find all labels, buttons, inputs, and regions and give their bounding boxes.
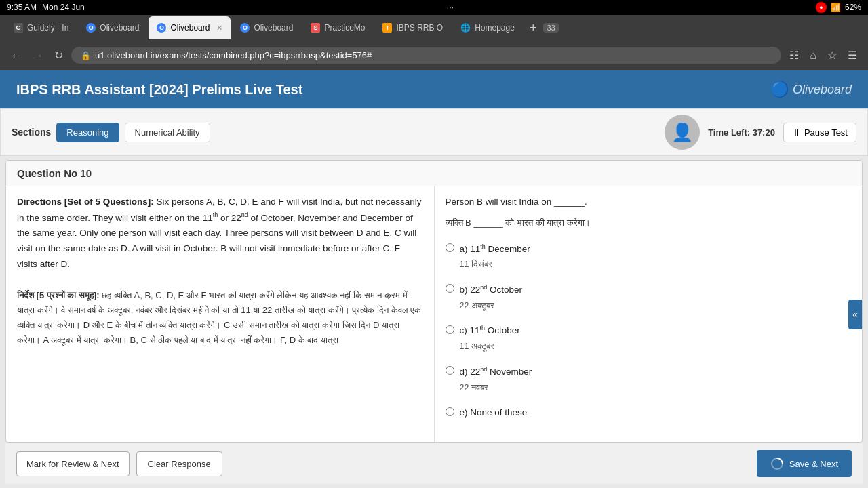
question-number: Question No 10: [17, 167, 92, 179]
hindi-question-text-span: व्यक्ति B ______ को भारत की यात्रा करेगा…: [446, 218, 591, 228]
sections-row: Sections Reasoning Numerical Ability 👤 T…: [0, 108, 868, 156]
oliveboard3-favicon: O: [240, 23, 250, 33]
action-bar: Mark for Review & Next Clear Response Sa…: [5, 443, 863, 484]
tab-oliveboard3[interactable]: O Oliveboard: [232, 16, 301, 39]
option-e-radio[interactable]: [446, 407, 454, 416]
status-date: Mon 24 Jun: [42, 3, 85, 12]
tab-oliveboard2[interactable]: O Oliveboard ✕: [149, 16, 231, 39]
tab-oliveboard2-label: Oliveboard: [170, 23, 210, 33]
battery-icon: 62%: [845, 3, 861, 12]
user-avatar: 👤: [665, 115, 700, 150]
numerical-section-btn[interactable]: Numerical Ability: [125, 123, 210, 142]
question-body: Directions [Set of 5 Questions]: Six per…: [6, 186, 862, 442]
hindi-prefix: निर्देश [5 प्रश्नों का समूह]:: [17, 290, 100, 300]
url-bar[interactable]: 🔒 u1.oliveboard.in/exams/tests/combined.…: [71, 47, 781, 64]
ibpsrrb-favicon: T: [382, 23, 392, 33]
tab-bar: G Guidely - In O Oliveboard O Oliveboard…: [0, 15, 868, 41]
refresh-button[interactable]: ↻: [52, 46, 66, 64]
status-bar: 9:35 AM Mon 24 Jun ··· ● 📶 62%: [0, 0, 868, 15]
reasoning-section-btn[interactable]: Reasoning: [56, 123, 119, 142]
exam-title: IBPS RRB Assistant [2024] Prelims Live T…: [16, 82, 302, 98]
option-e: e) None of these: [446, 405, 852, 421]
question-text: Person B will visit India on ______.: [446, 195, 852, 210]
globe-icon: 🌐: [460, 23, 471, 33]
option-d: d) 22nd November 22 नवंबर: [446, 364, 852, 395]
option-b-radio[interactable]: [446, 284, 454, 293]
question-left: Directions [Set of 5 Questions]: Six per…: [6, 186, 435, 442]
oliveboard2-favicon: O: [157, 23, 166, 33]
option-d-radio[interactable]: [446, 366, 454, 375]
timer-box: Time Left: 37:20: [708, 127, 775, 138]
menu-button[interactable]: ☰: [845, 46, 860, 64]
timer-label-text: Time Left: 37:20: [708, 127, 775, 138]
tab-oliveboard3-label: Oliveboard: [254, 23, 293, 33]
option-b: b) 22nd October 22 अक्टूबर: [446, 282, 852, 313]
tab-close-icon[interactable]: ✕: [216, 24, 222, 33]
tab-practicemo-label: PracticeMo: [324, 23, 365, 33]
question-right: Person B will visit India on ______. व्य…: [435, 186, 863, 442]
star-button[interactable]: ☆: [825, 46, 840, 64]
save-next-button[interactable]: Save & Next: [757, 450, 852, 477]
option-a-radio[interactable]: [446, 243, 454, 252]
dots-icon: ···: [447, 3, 454, 12]
directions-text: Directions [Set of 5 Questions]: Six per…: [17, 195, 423, 272]
logo-text: Oliveboard: [793, 83, 852, 97]
directions-prefix: Directions [Set of 5 Questions]:: [17, 197, 154, 207]
status-time: 9:35 AM: [7, 3, 37, 12]
tab-oliveboard1-label: Oliveboard: [100, 23, 139, 33]
pause-icon: ⏸: [792, 127, 801, 138]
back-button[interactable]: ←: [8, 47, 24, 64]
pause-label: Pause Test: [804, 127, 848, 138]
mark-review-button[interactable]: Mark for Review & Next: [16, 451, 130, 476]
sections-label: Sections: [12, 127, 51, 138]
save-spinner-icon: [770, 457, 784, 470]
option-c-label: c) 11th October 11 अक्टूबर: [460, 323, 520, 354]
tab-homepage[interactable]: 🌐 Homepage: [452, 16, 523, 39]
tab-ibpsrrb[interactable]: T IBPS RRB O: [374, 16, 451, 39]
option-d-label: d) 22nd November 22 नवंबर: [460, 364, 532, 395]
tab-guidely-label: Guidely - In: [27, 23, 68, 33]
tab-ibpsrrb-label: IBPS RRB O: [396, 23, 443, 33]
tab-guidely[interactable]: G Guidely - In: [5, 16, 77, 39]
guidely-favicon: G: [14, 23, 23, 33]
timer-value: 37:20: [753, 127, 775, 138]
option-a-label: a) 11th December 11 दिसंबर: [460, 241, 530, 272]
tab-practicemo[interactable]: S PracticeMo: [302, 16, 373, 39]
address-bar: ← → ↻ 🔒 u1.oliveboard.in/exams/tests/com…: [0, 41, 868, 70]
forward-button[interactable]: →: [30, 47, 46, 64]
action-left: Mark for Review & Next Clear Response: [16, 451, 222, 476]
wifi-icon: 📶: [831, 3, 841, 12]
option-c: c) 11th October 11 अक्टूबर: [446, 323, 852, 354]
tab-oliveboard1[interactable]: O Oliveboard: [78, 16, 147, 39]
tab-homepage-label: Homepage: [475, 23, 515, 33]
option-c-radio[interactable]: [446, 325, 454, 334]
option-b-label: b) 22nd October 22 अक्टूबर: [460, 282, 523, 313]
hindi-question-text: व्यक्ति B ______ को भारत की यात्रा करेगा…: [446, 216, 852, 230]
oliveboard1-favicon: O: [86, 23, 96, 33]
side-panel-toggle[interactable]: «: [848, 300, 862, 329]
tab-count: 33: [543, 23, 558, 33]
pause-button[interactable]: ⏸ Pause Test: [783, 123, 856, 142]
home-button[interactable]: ⌂: [807, 47, 819, 64]
page-content: IBPS RRB Assistant [2024] Prelims Live T…: [0, 70, 868, 488]
option-a: a) 11th December 11 दिसंबर: [446, 241, 852, 272]
save-next-label: Save & Next: [789, 459, 838, 469]
clear-response-button[interactable]: Clear Response: [136, 451, 222, 476]
options-list: a) 11th December 11 दिसंबर b) 22nd Octob…: [446, 241, 852, 420]
url-text: u1.oliveboard.in/exams/tests/combined.ph…: [95, 50, 372, 60]
question-header: Question No 10: [6, 161, 862, 186]
option-e-label: e) None of these: [460, 405, 528, 421]
hindi-directions: निर्देश [5 प्रश्नों का समूह]: छह व्यक्ति…: [17, 288, 423, 348]
lock-icon: 🔒: [81, 51, 91, 60]
exam-header: IBPS RRB Assistant [2024] Prelims Live T…: [0, 70, 868, 108]
record-icon: ●: [816, 2, 827, 13]
question-text-en: Person B will visit India on ______.: [446, 197, 587, 207]
new-tab-button[interactable]: +: [524, 21, 542, 35]
practicemo-favicon: S: [311, 23, 320, 33]
reader-button[interactable]: ☷: [787, 46, 802, 64]
